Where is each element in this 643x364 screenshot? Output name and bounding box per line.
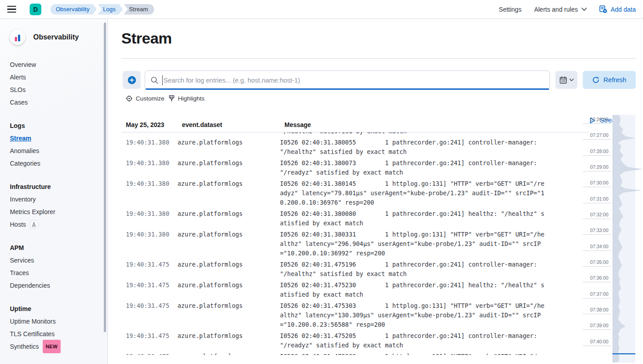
add-filter-button[interactable] bbox=[123, 71, 141, 89]
sidebar-item-synthetics[interactable]: SyntheticsNEW bbox=[10, 340, 107, 353]
menu-icon[interactable] bbox=[7, 4, 18, 15]
log-row[interactable]: 19:40:31.475azure.platformlogsI0526 02:4… bbox=[121, 260, 589, 279]
breadcrumbs: ObservabilityLogsStream bbox=[50, 4, 154, 15]
log-cell-time: 19:40:31.475 bbox=[126, 260, 177, 279]
timeline-tick-label: 07:31:00 bbox=[583, 196, 611, 202]
breadcrumb-logs[interactable]: Logs bbox=[98, 4, 123, 15]
refresh-button[interactable]: Refresh bbox=[583, 71, 636, 89]
sidebar-item-services[interactable]: Services bbox=[10, 254, 107, 267]
sidebar-item-tls-certificates[interactable]: TLS Certificates bbox=[10, 328, 107, 340]
sidebar-item-uptime-monitors[interactable]: Uptime Monitors bbox=[10, 315, 107, 328]
chevron-down-icon bbox=[581, 8, 587, 11]
log-cell-message: I0526 02:40:31.475303 1 httplog.go:131] … bbox=[280, 301, 546, 329]
timeline-tick-label: 07:40:00 bbox=[583, 339, 611, 344]
sidebar-item-dependencies[interactable]: Dependencies bbox=[10, 279, 107, 292]
log-cell-dataset: azure.platformlogs bbox=[177, 281, 280, 299]
sidebar-section-main: OverviewAlertsSLOsCases bbox=[10, 58, 107, 109]
highlights-button[interactable]: Highlights bbox=[169, 95, 204, 102]
sidebar-nav: OverviewAlertsSLOsCasesLogsStreamAnomali… bbox=[10, 58, 107, 353]
date-picker-button[interactable] bbox=[555, 71, 577, 89]
customize-button[interactable]: Customize bbox=[126, 95, 164, 102]
timeline-tick-label: 07:39:00 bbox=[583, 323, 611, 328]
sidebar-item-anomalies[interactable]: Anomalies bbox=[10, 145, 107, 157]
log-row[interactable]: 19:40:31.380azure.platformlogsI0526 02:4… bbox=[121, 230, 589, 258]
timeline-tick: 07:37:00 bbox=[583, 291, 611, 298]
log-cell-message: I0526 02:40:31.380080 1 pathrecorder.go:… bbox=[280, 209, 546, 228]
timeline-tick-label: 07:38:00 bbox=[583, 307, 611, 312]
beaker-icon bbox=[30, 220, 39, 229]
log-cell-message: I0526 02:40:31.475196 1 pathrecorder.go:… bbox=[280, 260, 546, 279]
timeline-tick-label: 07:32:00 bbox=[583, 212, 611, 217]
sidebar-section-heading: APM bbox=[10, 241, 107, 254]
title-divider bbox=[121, 58, 636, 59]
sidebar-item-traces[interactable]: Traces bbox=[10, 267, 107, 279]
log-cell-time: 19:40:31.380 bbox=[126, 158, 177, 177]
timeline-tick: 07:34:00 bbox=[583, 244, 611, 251]
log-cell-time: 19:40:31.380 bbox=[126, 209, 177, 228]
log-cell-time: 19:40:31.380 bbox=[126, 230, 177, 258]
observability-icon bbox=[10, 30, 25, 45]
sidebar-item-metrics-explorer[interactable]: Metrics Explorer bbox=[10, 206, 107, 218]
log-cell-dataset: azure.platformlogs bbox=[177, 138, 280, 157]
log-cell-dataset: azure.platformlogs bbox=[177, 158, 280, 177]
sidebar-item-label: Hosts bbox=[10, 218, 26, 231]
column-header-dataset: event.dataset bbox=[182, 121, 222, 128]
breadcrumb-observability[interactable]: Observability bbox=[50, 4, 97, 15]
text-caret bbox=[162, 75, 163, 85]
timeline-tick: 07:31:00 bbox=[583, 196, 611, 203]
log-row[interactable]: 19:40:31.380azure.platformlogsI0526 02:4… bbox=[121, 138, 589, 157]
log-cell-time: 19:40:31.475 bbox=[126, 352, 177, 355]
sidebar-item-label: Dependencies bbox=[10, 279, 50, 292]
sidebar-section-heading: Infrastructure bbox=[10, 180, 107, 193]
timeline-tick: 07:33:00 bbox=[583, 228, 611, 235]
sidebar-item-label: Uptime Monitors bbox=[10, 315, 56, 328]
settings-button[interactable]: Settings bbox=[499, 6, 522, 13]
timeline-tick-line bbox=[583, 155, 611, 156]
log-row[interactable]: 19:40:31.380azure.platformlogsI0526 02:4… bbox=[121, 158, 589, 177]
log-row[interactable]: 19:40:31.475azure.platformlogsI0526 02:4… bbox=[121, 331, 589, 350]
plus-icon bbox=[128, 76, 136, 84]
sidebar-scrollbar[interactable] bbox=[104, 22, 106, 332]
sidebar-item-hosts[interactable]: Hosts bbox=[10, 218, 107, 231]
calendar-icon bbox=[559, 76, 567, 84]
log-cell-message: I0526 02:40:31.475389 1 httplog.go:131] … bbox=[280, 352, 546, 355]
timeline-tick: 07:35:00 bbox=[583, 259, 611, 267]
search-bar bbox=[145, 70, 550, 90]
space-logo[interactable]: D bbox=[30, 4, 41, 15]
sidebar-item-slos[interactable]: SLOs bbox=[10, 83, 107, 96]
add-data-button[interactable]: Add data bbox=[599, 5, 636, 13]
timeline-tick-line bbox=[583, 187, 611, 187]
timeline-tick-line bbox=[583, 314, 611, 314]
log-minimap[interactable] bbox=[612, 115, 643, 363]
sidebar-item-inventory[interactable]: Inventory bbox=[10, 193, 107, 206]
sidebar-item-cases[interactable]: Cases bbox=[10, 96, 107, 109]
log-cell-message: "/healthz" satisfied by exact match bbox=[280, 132, 546, 136]
timeline-tick-line bbox=[583, 346, 611, 346]
log-row[interactable]: 19:40:31.475azure.platformlogsI0526 02:4… bbox=[121, 352, 589, 355]
sidebar-item-label: SLOs bbox=[10, 83, 26, 96]
log-row[interactable]: 19:40:31.380azure.platformlogsI0526 02:4… bbox=[121, 209, 589, 228]
log-cell-dataset bbox=[177, 132, 280, 136]
log-row-partial-top[interactable]: "/healthz" satisfied by exact match bbox=[121, 132, 589, 136]
alerts-and-rules-dropdown[interactable]: Alerts and rules bbox=[534, 6, 587, 13]
search-input[interactable] bbox=[164, 77, 544, 84]
sidebar-item-stream[interactable]: Stream bbox=[10, 132, 107, 145]
sidebar: Observability OverviewAlertsSLOsCasesLog… bbox=[0, 19, 108, 364]
log-row[interactable]: 19:40:31.380azure.platformlogsI0526 02:4… bbox=[121, 179, 589, 207]
log-row[interactable]: 19:40:31.475azure.platformlogsI0526 02:4… bbox=[121, 301, 589, 329]
topbar-actions: Settings Alerts and rules Add data bbox=[499, 5, 636, 13]
timeline-tick: 07:40:00 bbox=[583, 339, 611, 346]
sidebar-item-alerts[interactable]: Alerts bbox=[10, 71, 107, 83]
log-cell-message: I0526 02:40:31.380145 1 httplog.go:131] … bbox=[280, 179, 546, 207]
log-cell-dataset: azure.platformlogs bbox=[177, 230, 280, 258]
log-cell-dataset: azure.platformlogs bbox=[177, 209, 280, 228]
sidebar-item-overview[interactable]: Overview bbox=[10, 58, 107, 71]
log-row[interactable]: 19:40:31.475azure.platformlogsI0526 02:4… bbox=[121, 281, 589, 299]
sidebar-item-categories[interactable]: Categories bbox=[10, 157, 107, 170]
log-list: "/healthz" satisfied by exact match19:40… bbox=[121, 132, 589, 355]
timeline-tick-label: 07:33:00 bbox=[583, 228, 611, 233]
log-cell-message: I0526 02:40:31.380073 1 pathrecorder.go:… bbox=[280, 158, 546, 177]
add-data-icon bbox=[599, 5, 607, 13]
chevron-down-icon bbox=[569, 79, 574, 82]
timeline-tick-label: 07:26:00 bbox=[583, 117, 611, 122]
